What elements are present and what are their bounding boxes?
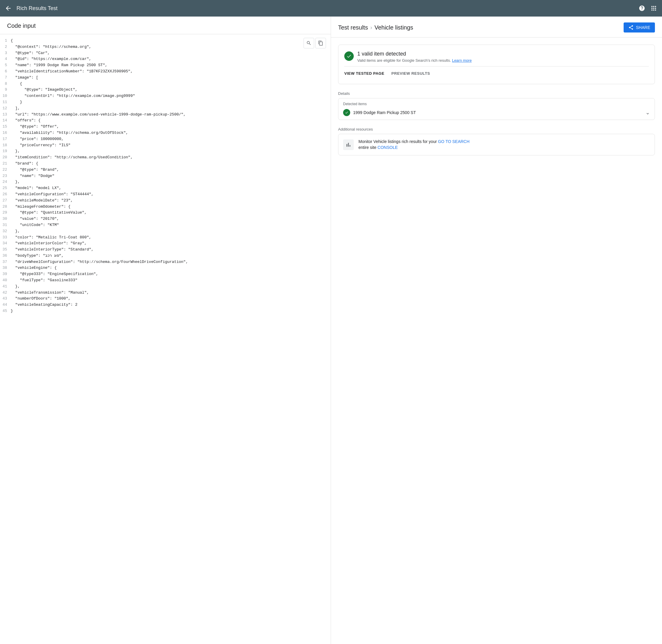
code-line: "value": "20170",	[10, 216, 307, 222]
details-section: Details Detected items 1999 Dodge Ram Pi…	[338, 91, 655, 120]
code-line: "itemCondition": "http://schema.org/Used…	[10, 155, 307, 161]
detected-item-name: 1999 Dodge Ram Pickup 2500 ST	[353, 110, 416, 115]
copy-code-button[interactable]	[315, 38, 326, 48]
code-line: "availability": "http://schema.org/OutOf…	[10, 130, 307, 136]
code-line: "color": "Metallic Tri-Coat 800",	[10, 234, 307, 241]
additional-resources-section: Additional resources Monitor Vehicle lis…	[338, 127, 655, 155]
learn-more-link[interactable]: Learn more	[452, 58, 472, 63]
code-line: "vehicleEngine": {	[10, 265, 307, 271]
valid-header: 1 valid item detected Valid items are el…	[344, 51, 649, 63]
code-line: }	[10, 99, 307, 106]
code-line: "model": "model LX",	[10, 185, 307, 191]
code-line: "@type": "QuantitativeValue",	[10, 210, 307, 216]
breadcrumb-parent: Test results	[338, 24, 368, 31]
code-line: "name": "Dodge"	[10, 173, 307, 179]
code-line: },	[10, 228, 307, 234]
console-link[interactable]: CONSOLE	[378, 145, 398, 150]
view-tested-page-button[interactable]: VIEW TESTED PAGE	[344, 69, 384, 78]
code-line: "offers": {	[10, 118, 307, 124]
code-line: "contentUrl": "http://example.com/image.…	[10, 93, 307, 99]
code-line: "@type": "Offer",	[10, 124, 307, 130]
code-area[interactable]: 1 2 3 4 5 6 7 8 9 10 11 12 13 14 15 16 1	[0, 34, 331, 644]
line-numbers: 1 2 3 4 5 6 7 8 9 10 11 12 13 14 15 16 1	[0, 38, 10, 314]
code-line: "mileageFromOdometer": {	[10, 204, 307, 210]
code-line: "vehicleIdentificationNumber": "1B7KF23Z…	[10, 69, 307, 75]
code-line: },	[10, 283, 307, 290]
valid-item-card: 1 valid item detected Valid items are el…	[338, 45, 655, 84]
code-line: "image": [	[10, 75, 307, 81]
valid-desc: Valid items are eligible for Google Sear…	[357, 58, 472, 63]
code-lines: 1 2 3 4 5 6 7 8 9 10 11 12 13 14 15 16 1	[0, 38, 331, 314]
code-line: "@type": "Car",	[10, 50, 307, 56]
detected-items-label: Detected items	[343, 102, 650, 106]
code-line: "@context": "https://schema.org",	[10, 44, 307, 50]
share-button[interactable]: SHARE	[623, 22, 655, 32]
breadcrumb-separator: ›	[370, 24, 372, 31]
help-icon[interactable]	[638, 5, 645, 12]
code-line: "price": 100000000,	[10, 136, 307, 142]
go-to-search-link[interactable]: GO TO SEARCH	[438, 139, 470, 144]
share-icon	[628, 25, 634, 30]
topnav-icons	[638, 5, 657, 12]
code-line: "@type333": "EngineSpecification",	[10, 271, 307, 277]
code-line: "vehicleInteriorType": "Standard",	[10, 247, 307, 253]
right-panel: Test results › Vehicle listings SHARE	[331, 17, 662, 644]
code-content: { "@context": "https://schema.org", "@ty…	[10, 38, 331, 314]
code-line: "fuelType": "Gasoline333"	[10, 277, 307, 283]
code-line: },	[10, 179, 307, 185]
chevron-down-icon: ⌄	[645, 109, 650, 116]
back-button[interactable]	[5, 5, 12, 12]
code-line: "name": "1999 Dodge Ram Pickup 2500 ST",	[10, 62, 307, 69]
view-buttons: VIEW TESTED PAGE PREVIEW RESULTS	[344, 66, 649, 78]
valid-check-icon	[344, 51, 354, 61]
code-line: "numberOfDoors": "1000",	[10, 296, 307, 302]
code-line: "vehicleModelDate": "23",	[10, 198, 307, 204]
breadcrumb: Test results › Vehicle listings	[338, 24, 413, 31]
code-line: "brand": {	[10, 161, 307, 167]
resource-text: Monitor Vehicle listings rich results fo…	[358, 139, 650, 151]
code-line: "url": "https://www.example.com/used-veh…	[10, 112, 307, 118]
valid-title: 1 valid item detected	[357, 51, 472, 57]
code-line: "@id": "https://example.com/car",	[10, 56, 307, 62]
code-line: ],	[10, 106, 307, 112]
app-title: Rich Results Test	[17, 5, 634, 12]
valid-info: 1 valid item detected Valid items are el…	[357, 51, 472, 63]
breadcrumb-current: Vehicle listings	[374, 24, 413, 31]
code-line: {	[10, 38, 307, 44]
code-line: "bodyType": "סוג רכב",	[10, 253, 307, 259]
main-layout: Code input 1 2 3 4	[0, 17, 662, 644]
code-line: "@type": "ImageObject",	[10, 87, 307, 93]
code-line: {	[10, 81, 307, 87]
details-label: Details	[338, 91, 655, 96]
grid-menu-icon[interactable]	[650, 5, 657, 12]
search-code-button[interactable]	[304, 38, 314, 48]
detected-items-card: Detected items 1999 Dodge Ram Pickup 250…	[338, 98, 655, 120]
preview-results-button[interactable]: PREVIEW RESULTS	[392, 69, 430, 78]
code-line: },	[10, 148, 307, 155]
code-line: "driveWheelConfiguration": "http://schem…	[10, 259, 307, 265]
code-toolbar	[304, 38, 326, 48]
resource-card: Monitor Vehicle listings rich results fo…	[338, 134, 655, 155]
code-line: "vehicleSeatingCapacity": 2	[10, 302, 307, 308]
top-navigation: Rich Results Test	[0, 0, 662, 17]
right-panel-header: Test results › Vehicle listings SHARE	[331, 17, 662, 38]
code-line: "vehicleTransmission": "Manual",	[10, 290, 307, 296]
code-line: "vehicleInteriorColor": "Gray",	[10, 240, 307, 247]
code-line: "unitCode": "KTM"	[10, 222, 307, 228]
detected-item[interactable]: 1999 Dodge Ram Pickup 2500 ST ⌄	[343, 109, 650, 116]
bar-chart-icon	[343, 139, 354, 150]
code-input-header: Code input	[0, 17, 331, 34]
code-line: "vehicleConfiguration": "ST44444",	[10, 191, 307, 198]
share-btn-label: SHARE	[636, 25, 650, 30]
additional-resources-label: Additional resources	[338, 127, 655, 132]
left-panel: Code input 1 2 3 4	[0, 17, 331, 644]
right-content: 1 valid item detected Valid items are el…	[331, 38, 662, 162]
code-line: "@type": "Brand",	[10, 167, 307, 173]
code-line: "priceCurrency": "ILS"	[10, 142, 307, 148]
code-line: }	[10, 308, 307, 314]
detected-check-icon	[343, 109, 350, 116]
